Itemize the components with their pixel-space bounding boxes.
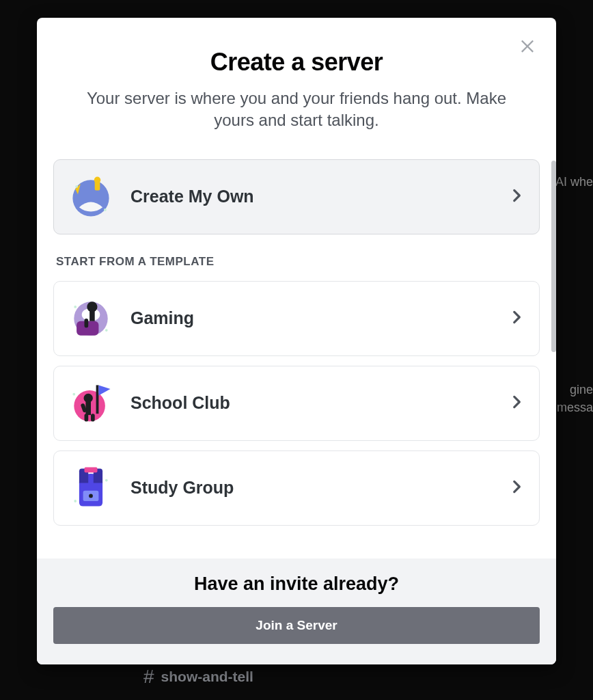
bg-text-fragment: t messa bbox=[550, 401, 593, 415]
modal-header: Create a server Your server is where you… bbox=[37, 18, 556, 132]
option-label: School Club bbox=[130, 393, 494, 413]
close-icon bbox=[518, 36, 537, 55]
option-create-my-own[interactable]: Create My Own bbox=[53, 159, 540, 234]
hash-icon: # bbox=[143, 666, 154, 688]
svg-rect-19 bbox=[91, 414, 95, 421]
create-my-own-icon bbox=[65, 171, 117, 223]
template-section-header: START FROM A TEMPLATE bbox=[56, 255, 540, 269]
modal-title: Create a server bbox=[57, 48, 536, 77]
school-club-icon bbox=[65, 377, 117, 429]
create-server-modal: Create a server Your server is where you… bbox=[37, 18, 556, 664]
chevron-right-icon bbox=[508, 393, 525, 414]
option-study-group[interactable]: Study Group bbox=[53, 450, 540, 526]
svg-point-4 bbox=[104, 208, 107, 211]
option-label: Gaming bbox=[130, 308, 494, 328]
svg-rect-23 bbox=[85, 467, 98, 472]
svg-point-20 bbox=[72, 393, 75, 396]
svg-point-24 bbox=[105, 479, 108, 481]
svg-point-12 bbox=[105, 329, 108, 332]
option-label: Create My Own bbox=[130, 187, 494, 206]
svg-point-25 bbox=[74, 500, 77, 502]
study-group-icon bbox=[65, 462, 117, 514]
close-button[interactable] bbox=[515, 33, 540, 57]
chevron-right-icon bbox=[508, 478, 525, 498]
options-list: Create My Own START FROM A TEMPLATE bbox=[37, 159, 556, 558]
chevron-right-icon bbox=[508, 308, 525, 329]
option-gaming[interactable]: Gaming bbox=[53, 281, 540, 356]
option-label: Study Group bbox=[130, 478, 494, 498]
svg-rect-9 bbox=[89, 309, 95, 321]
bg-text-fragment: gine bbox=[570, 383, 593, 397]
svg-rect-10 bbox=[85, 319, 89, 327]
svg-rect-16 bbox=[85, 401, 91, 415]
svg-point-22 bbox=[89, 494, 93, 498]
scrollbar-thumb[interactable] bbox=[551, 161, 556, 352]
svg-point-11 bbox=[74, 306, 77, 308]
bg-text-fragment: AI whe bbox=[555, 175, 593, 189]
modal-footer: Have an invite already? Join a Server bbox=[37, 558, 556, 664]
svg-rect-18 bbox=[85, 414, 89, 421]
gaming-icon bbox=[65, 293, 117, 345]
background-channel[interactable]: # show-and-tell bbox=[143, 666, 253, 688]
modal-subtitle: Your server is where you and your friend… bbox=[57, 88, 536, 132]
svg-point-2 bbox=[94, 176, 101, 183]
channel-name: show-and-tell bbox=[161, 669, 253, 685]
svg-point-3 bbox=[75, 185, 78, 188]
join-server-button[interactable]: Join a Server bbox=[53, 607, 540, 644]
svg-rect-14 bbox=[96, 385, 99, 414]
footer-title: Have an invite already? bbox=[53, 574, 540, 595]
option-school-club[interactable]: School Club bbox=[53, 366, 540, 441]
chevron-right-icon bbox=[508, 187, 525, 207]
